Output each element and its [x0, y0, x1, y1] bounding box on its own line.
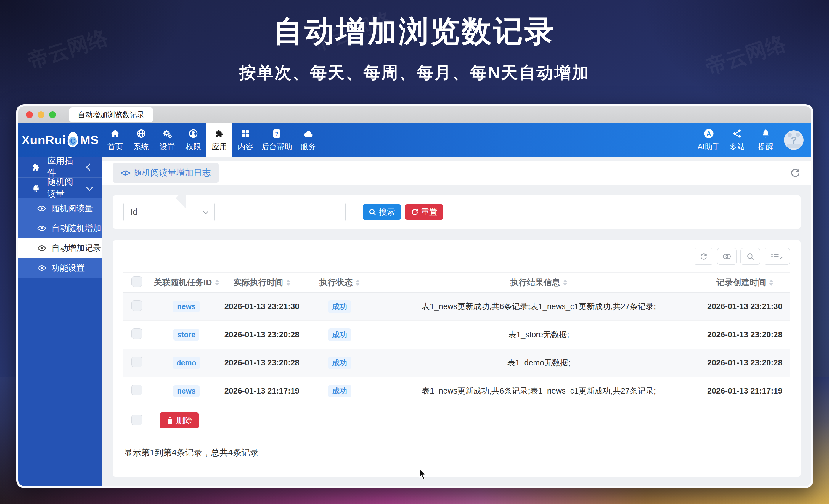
- nav-item-settings[interactable]: 设置: [154, 123, 180, 157]
- sidebar-item-auto-increase-log[interactable]: 自动增加记录: [19, 238, 102, 258]
- search-field-select[interactable]: Id: [123, 203, 215, 221]
- status-badge[interactable]: 成功: [328, 328, 351, 341]
- nav-item-services[interactable]: 服务: [295, 123, 321, 157]
- exec-time-cell: 2026-01-13 23:20:28: [223, 321, 301, 349]
- minimize-window-button[interactable]: [38, 111, 44, 118]
- column-search-button[interactable]: [741, 248, 760, 265]
- breadcrumb-bar: </> 随机阅读量增加日志: [102, 161, 811, 185]
- task-id-badge[interactable]: store: [174, 329, 199, 340]
- sidebar-item-auto-random-increase[interactable]: 自动随机增加: [19, 218, 102, 238]
- table-row: store 2026-01-13 23:20:28 成功 表1_store无数据…: [123, 321, 790, 349]
- user-icon: [189, 128, 198, 139]
- column-header-exec-time[interactable]: 实际执行时间: [223, 273, 301, 293]
- logo-text-1: XunRui: [22, 133, 66, 147]
- nav-item-content[interactable]: 内容: [232, 123, 258, 157]
- nav-item-ai-assistant[interactable]: A AI助手: [694, 123, 723, 157]
- task-id-badge[interactable]: news: [173, 301, 200, 313]
- refresh-page-button[interactable]: [790, 168, 801, 178]
- share-icon: [732, 128, 742, 139]
- reset-icon: [411, 208, 419, 216]
- screen: 帝云网络 帝云网络 帝云网络 帝云网络 帝云网络 自动增加浏览数记录 按单次、每…: [0, 0, 829, 504]
- app-logo[interactable]: XunRui C MS: [19, 123, 102, 157]
- exec-time-cell: 2026-01-13 23:20:28: [223, 349, 301, 377]
- search-input[interactable]: [232, 203, 346, 221]
- created-time-cell: 2026-01-13 23:20:28: [699, 321, 790, 349]
- grid-icon: [241, 128, 250, 139]
- browser-tab[interactable]: 自动增加浏览数记录: [69, 107, 153, 122]
- select-all-checkbox[interactable]: [132, 276, 142, 287]
- table-row: news 2026-01-13 23:21:30 成功 表1_news更新成功,…: [123, 293, 790, 321]
- column-header-created[interactable]: 记录创建时间: [699, 273, 790, 293]
- nav-item-system[interactable]: 系统: [128, 123, 154, 157]
- active-group-notch: [176, 187, 186, 209]
- column-header-status[interactable]: 执行状态: [301, 273, 378, 293]
- result-message-cell: 表1_demo无数据;: [378, 349, 699, 377]
- search-panel: Id 搜索 重置: [113, 195, 801, 228]
- cloud-icon: [303, 128, 313, 139]
- table-toolbar: [123, 248, 790, 265]
- search-button[interactable]: 搜索: [363, 204, 401, 220]
- eye-icon: [37, 265, 46, 271]
- nav-item-notifications[interactable]: 提醒: [751, 123, 780, 157]
- nav-item-home[interactable]: 首页: [102, 123, 128, 157]
- breadcrumb-tab[interactable]: </> 随机阅读量增加日志: [113, 163, 218, 183]
- reset-button[interactable]: 重置: [405, 204, 443, 220]
- nav-item-apps[interactable]: 应用: [206, 123, 232, 157]
- nav-item-help[interactable]: ? 后台帮助: [258, 123, 295, 157]
- task-id-badge[interactable]: demo: [173, 357, 200, 369]
- result-message-cell: 表1_store无数据;: [378, 321, 699, 349]
- bell-icon: [761, 128, 770, 139]
- exec-time-cell: 2026-01-13 23:21:30: [223, 293, 301, 321]
- flame-icon: C: [66, 132, 79, 148]
- user-avatar[interactable]: ?: [784, 130, 803, 150]
- nav-menu: 首页 系统 设置: [102, 123, 321, 157]
- sort-icon: [286, 280, 290, 286]
- close-window-button[interactable]: [26, 111, 33, 118]
- chevron-down-icon: [203, 208, 209, 214]
- status-badge[interactable]: 成功: [328, 357, 351, 369]
- row-checkbox[interactable]: [132, 357, 142, 367]
- row-checkbox[interactable]: [132, 300, 142, 311]
- row-checkbox[interactable]: [132, 328, 142, 339]
- delete-button[interactable]: 删除: [160, 412, 199, 429]
- result-message-cell: 表1_news更新成功,共6条记录;表1_news_c1更新成功,共27条记录;: [378, 293, 699, 321]
- table-body: news 2026-01-13 23:21:30 成功 表1_news更新成功,…: [123, 293, 790, 405]
- sidebar-group-random-views[interactable]: 随机阅读量: [19, 178, 102, 199]
- logo-text-2: MS: [80, 133, 99, 147]
- page-title: 自动增加浏览数记录: [0, 12, 829, 52]
- globe-icon: [137, 128, 146, 139]
- status-badge[interactable]: 成功: [328, 385, 351, 397]
- nav-item-multisite[interactable]: 多站: [723, 123, 751, 157]
- page-subtitle: 按单次、每天、每周、每月、每N天自动增加: [0, 62, 829, 84]
- chevron-left-icon: [86, 164, 93, 171]
- code-icon: </>: [120, 169, 130, 178]
- trash-icon: [167, 417, 174, 424]
- exec-time-cell: 2026-01-13 21:17:19: [223, 377, 301, 405]
- column-header-result[interactable]: 执行结果信息: [378, 273, 699, 293]
- android-icon: [31, 184, 40, 192]
- sort-icon: [215, 280, 219, 286]
- created-time-cell: 2026-01-13 23:21:30: [699, 293, 790, 321]
- toggle-view-button[interactable]: [717, 248, 736, 265]
- avatar-banner: [787, 144, 801, 148]
- column-header-task-id[interactable]: 关联随机任务ID: [150, 273, 223, 293]
- created-time-cell: 2026-01-13 23:20:28: [699, 349, 790, 377]
- sidebar-item-feature-settings[interactable]: 功能设置: [19, 258, 102, 278]
- nav-item-permissions[interactable]: 权限: [180, 123, 206, 157]
- traffic-lights: [26, 111, 56, 118]
- sidebar-item-random-views[interactable]: 随机阅读量: [19, 199, 102, 218]
- bulk-select-checkbox[interactable]: [132, 415, 142, 425]
- refresh-icon: [790, 168, 801, 178]
- refresh-icon: [699, 253, 708, 261]
- row-checkbox[interactable]: [132, 385, 142, 395]
- task-id-badge[interactable]: news: [173, 385, 200, 397]
- table-row: demo 2026-01-13 23:20:28 成功 表1_demo无数据; …: [123, 349, 790, 377]
- home-icon: [110, 128, 120, 139]
- eye-icon: [37, 225, 46, 231]
- status-badge[interactable]: 成功: [328, 300, 351, 313]
- sidebar-group-app-plugins[interactable]: 应用插件: [19, 157, 102, 178]
- zoom-window-button[interactable]: [49, 111, 56, 118]
- refresh-table-button[interactable]: [694, 248, 713, 265]
- columns-list-button[interactable]: [764, 248, 790, 265]
- sort-icon: [769, 280, 773, 286]
